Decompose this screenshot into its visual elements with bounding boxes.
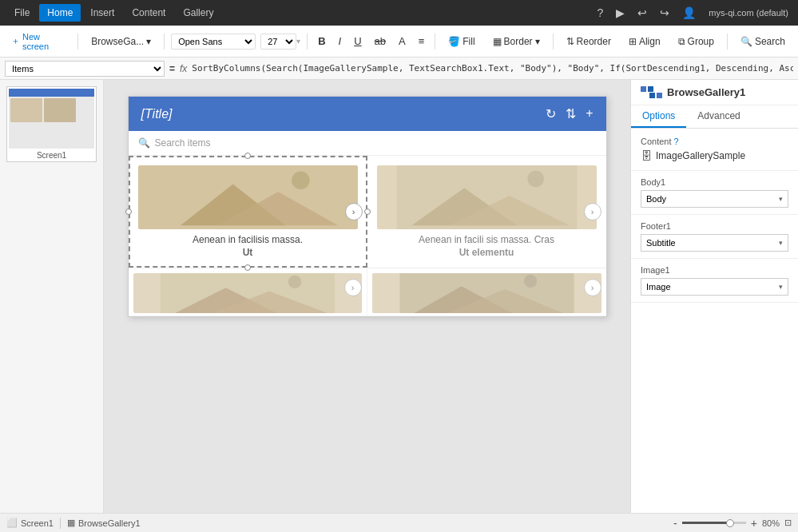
svg-point-13 [523,275,536,288]
fill-button[interactable]: 🪣 Fill [442,33,481,50]
zoom-plus-button[interactable]: + [751,517,757,530]
app-title: [Title] [141,107,173,121]
new-screen-icon: ＋ [11,35,20,47]
group-button[interactable]: ⧉ Group [672,33,721,50]
font-select[interactable]: Open Sans [171,34,256,50]
image1-select[interactable]: Image ▾ [641,278,788,296]
footer1-row: Footer1 Subtitle ▾ [631,215,798,259]
align-text-button[interactable]: ≡ [415,33,429,50]
footer1-chevron: ▾ [779,239,783,247]
search-icon-small: 🔍 [138,137,150,149]
gallery-item-1-body: Aenean in facilisis massa. [138,234,358,245]
gallery-status-item[interactable]: ▦ BrowseGallery1 [67,518,141,528]
screen-preview [9,89,94,149]
resize-handle-right[interactable] [364,208,371,215]
mountain-svg-3 [133,273,362,313]
body1-label: Body1 [641,177,788,187]
body1-row: Body1 Body ▾ [631,171,798,215]
fill-icon: 🪣 [448,36,460,47]
gallery-item-2[interactable]: Aenean in facili sis massa. Cras Ut elem… [367,156,606,268]
content-info-icon[interactable]: ? [674,137,679,146]
formula-input[interactable] [192,63,793,73]
panel-title: BrowseGallery1 [667,86,745,98]
screen-thumb-content [9,97,94,124]
screen-thumbnail[interactable]: Screen1 [6,86,97,162]
formula-equals: = [169,63,175,74]
tab-options[interactable]: Options [631,105,686,128]
menu-home[interactable]: Home [39,4,81,22]
gallery-nav-btn-2[interactable]: › [584,203,601,220]
zoom-minus-button[interactable]: - [673,517,677,530]
icon-sq-2 [648,86,653,92]
redo-icon[interactable]: ↪ [657,5,673,21]
underline-button[interactable]: U [350,33,365,50]
align-button[interactable]: ⊞ Align [622,33,667,50]
database-icon: 🗄 [641,149,652,162]
formula-bar: Items = fx [0,58,798,80]
toolbar-divider-4 [435,34,435,50]
body1-chevron: ▾ [779,195,783,203]
border-button[interactable]: ▦ Border ▾ [486,33,546,50]
image1-row: Image1 Image ▾ [631,259,798,303]
content-label: Content ? [641,137,788,146]
italic-button[interactable]: I [335,33,346,50]
gallery-item-3[interactable]: › [129,268,367,316]
add-icon[interactable]: + [586,106,593,121]
refresh-icon[interactable]: ↻ [546,106,556,121]
zoom-level-label: 80% [762,518,780,528]
right-panel-header: BrowseGallery1 [631,80,798,105]
search-bar[interactable]: 🔍 Search items [129,131,606,156]
menu-file[interactable]: File [6,4,38,22]
search-button[interactable]: 🔍 Search [734,33,792,50]
undo-icon[interactable]: ↩ [634,5,650,21]
user-icon[interactable]: 👤 [679,5,699,21]
zoom-slider[interactable] [682,522,746,524]
screen-thumb-card-1 [10,98,42,122]
gallery-nav-btn-4[interactable]: › [584,279,601,296]
strikethrough-button[interactable]: ab [371,33,390,50]
group-label: Group [688,36,714,47]
gallery-item-1[interactable]: Aenean in facilisis massa. Ut › [129,156,367,268]
align-icon: ⊞ [629,36,637,47]
app-header-icons: ↻ ⇅ + [546,106,593,121]
menu-insert[interactable]: Insert [82,4,122,22]
browse-gallery-dropdown[interactable]: BrowseGa... ▾ [85,33,157,50]
zoom-slider-thumb[interactable] [726,519,734,527]
fit-icon[interactable]: ⊡ [784,518,792,528]
resize-handle-left[interactable] [125,208,132,215]
reorder-icon: ⇅ [566,36,574,47]
svg-point-1 [292,172,310,190]
toolbar: ＋ New screen BrowseGa... ▾ Open Sans 27 … [0,26,798,58]
resize-handle-top[interactable] [244,153,251,159]
resize-handle-bottom[interactable] [244,264,251,271]
body1-select[interactable]: Body ▾ [641,190,788,208]
browse-gallery-label: BrowseGa... [91,36,144,47]
new-screen-button[interactable]: ＋ New screen [6,29,71,54]
formula-property-dropdown[interactable]: Items [5,61,165,77]
screen-status-item[interactable]: ⬜ Screen1 [6,518,54,528]
gallery-item-1-footer: Ut [138,247,358,258]
gallery-image-3 [133,273,362,313]
image1-label: Image1 [641,265,788,275]
help-icon[interactable]: ? [594,5,607,21]
font-size-select[interactable]: 27 [260,34,296,50]
reorder-button[interactable]: ⇅ Reorder [560,33,617,50]
panel-tabs: Options Advanced [631,105,798,129]
footer1-label: Footer1 [641,221,788,231]
screen-thumb-bar [9,89,94,97]
text-color-button[interactable]: A [395,33,410,50]
canvas-area[interactable]: [Title] ↻ ⇅ + 🔍 Search items [104,80,630,513]
tab-advanced[interactable]: Advanced [686,105,751,128]
bold-button[interactable]: B [314,33,329,50]
play-icon[interactable]: ▶ [613,5,628,21]
sort-icon[interactable]: ⇅ [566,106,576,121]
search-icon: 🔍 [740,36,752,47]
gallery-image-1 [138,165,358,229]
menu-bar: File Home Insert Content Gallery [6,4,221,22]
gallery-item-4[interactable]: › [367,268,606,316]
gallery-nav-btn-1[interactable]: › [345,203,363,220]
menu-gallery[interactable]: Gallery [175,4,221,22]
menu-content[interactable]: Content [124,4,173,22]
footer1-select[interactable]: Subtitle ▾ [641,234,788,252]
gallery-nav-btn-3[interactable]: › [344,279,362,296]
